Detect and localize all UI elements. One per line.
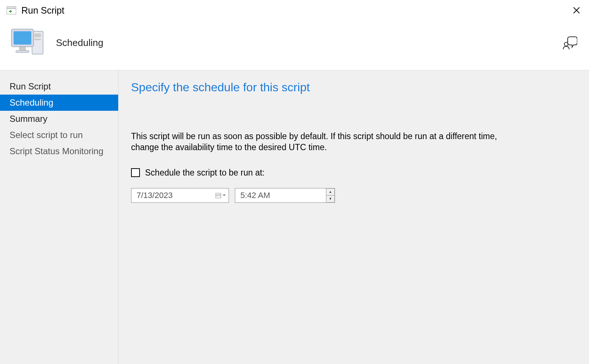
schedule-checkbox[interactable] xyxy=(131,168,140,177)
svg-rect-15 xyxy=(218,195,219,196)
description-text: This script will be run as soon as possi… xyxy=(131,131,503,153)
date-value: 7/13/2023 xyxy=(131,191,212,200)
sidebar-item-summary[interactable]: Summary xyxy=(0,111,118,127)
schedule-checkbox-label: Schedule the script to be run at: xyxy=(145,168,265,178)
header-panel: Scheduling xyxy=(0,21,589,70)
sidebar-item-select-script[interactable]: Select script to run xyxy=(0,127,118,143)
sidebar: Run Script Scheduling Summary Select scr… xyxy=(0,70,119,364)
app-icon xyxy=(7,6,16,14)
feedback-icon[interactable] xyxy=(562,35,578,51)
svg-rect-14 xyxy=(216,195,217,196)
close-icon xyxy=(573,7,580,14)
svg-rect-16 xyxy=(219,195,220,196)
sidebar-item-status-monitoring[interactable]: Script Status Monitoring xyxy=(0,143,118,159)
close-button[interactable] xyxy=(571,4,582,16)
page-title: Scheduling xyxy=(56,37,562,49)
svg-rect-10 xyxy=(16,50,29,53)
spinner-down-button[interactable]: ▼ xyxy=(326,195,335,202)
time-picker[interactable]: 5:42 AM ▲ ▼ xyxy=(235,188,335,203)
content-area: Run Script Scheduling Summary Select scr… xyxy=(0,70,589,364)
window-title: Run Script xyxy=(21,5,571,16)
computer-icon xyxy=(7,24,48,61)
date-dropdown-button[interactable] xyxy=(212,188,229,202)
time-value: 5:42 AM xyxy=(235,191,326,200)
svg-point-11 xyxy=(564,42,568,46)
chevron-down-icon xyxy=(223,194,226,197)
sidebar-item-scheduling[interactable]: Scheduling xyxy=(0,95,118,111)
svg-rect-6 xyxy=(34,39,41,40)
title-bar: Run Script xyxy=(0,0,589,21)
main-heading: Specify the schedule for this script xyxy=(131,81,576,94)
time-spinner[interactable]: ▲ ▼ xyxy=(326,188,335,202)
schedule-checkbox-row: Schedule the script to be run at: xyxy=(131,168,576,178)
date-picker[interactable]: 7/13/2023 xyxy=(131,188,229,203)
svg-rect-5 xyxy=(34,33,41,37)
svg-rect-8 xyxy=(14,31,31,45)
svg-rect-1 xyxy=(7,6,16,8)
calendar-icon xyxy=(215,192,221,198)
main-panel: Specify the schedule for this script Thi… xyxy=(119,70,589,364)
datetime-row: 7/13/2023 5:42 AM xyxy=(131,188,576,203)
spinner-up-button[interactable]: ▲ xyxy=(326,188,335,195)
svg-rect-9 xyxy=(20,47,25,50)
sidebar-item-run-script[interactable]: Run Script xyxy=(0,78,118,95)
